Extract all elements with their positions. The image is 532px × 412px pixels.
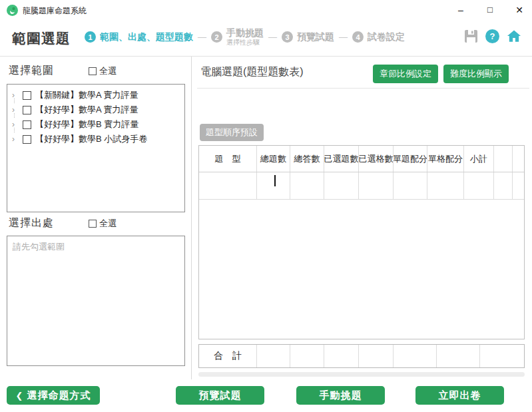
help-icon[interactable]: ? bbox=[485, 29, 499, 43]
back-to-method-button[interactable]: ❮ 選擇命題方式 bbox=[7, 386, 100, 405]
expand-chevron-icon[interactable]: › bbox=[12, 106, 19, 114]
step-2-manual-pick[interactable]: 2 手動挑題 選擇性步驟 bbox=[211, 28, 264, 46]
cell-total-answers[interactable] bbox=[290, 172, 324, 199]
home-icon[interactable] bbox=[507, 29, 521, 43]
manual-pick-button[interactable]: 手動挑題 bbox=[296, 386, 385, 405]
generate-paper-button[interactable]: 立即出卷 bbox=[415, 386, 504, 405]
page-title: 範圍選題 bbox=[12, 29, 71, 48]
window-controls: – □ ✕ bbox=[455, 0, 525, 20]
source-select-all-checkbox[interactable] bbox=[89, 220, 97, 228]
range-item-checkbox[interactable] bbox=[23, 106, 31, 114]
step-separator: — bbox=[268, 32, 277, 42]
totals-cell bbox=[480, 345, 524, 367]
col-header-points-per-blank: 單格配分 bbox=[427, 146, 464, 172]
range-select-all[interactable]: 全選 bbox=[89, 65, 117, 77]
question-type-order-badge[interactable]: 題型順序預設 bbox=[200, 124, 264, 141]
wizard-header: 範圍選題 1 範圍、出處、題型題數 — 2 手動挑題 選擇性步驟 — 3 預覽試… bbox=[0, 20, 532, 57]
minimize-button[interactable]: – bbox=[455, 0, 467, 20]
main-header: 電腦選題(題型題數表) 章節比例設定 難度比例顯示 bbox=[197, 57, 529, 89]
range-item-label: 【好好學】數學B 小試身手卷 bbox=[35, 133, 147, 145]
cell-type[interactable] bbox=[199, 172, 257, 199]
step-3-preview[interactable]: 3 預覽試題 bbox=[282, 31, 334, 43]
col-header-selected-blanks: 已選格數 bbox=[359, 146, 394, 172]
col-header-selected-questions: 已選題數 bbox=[324, 146, 359, 172]
range-item-label: 【好好學】數學B 實力評量 bbox=[35, 118, 138, 130]
wizard-steps: 1 範圍、出處、題型題數 — 2 手動挑題 選擇性步驟 — 3 預覽試題 — 4… bbox=[85, 28, 405, 46]
range-select-all-checkbox[interactable] bbox=[89, 67, 97, 75]
totals-cell bbox=[437, 345, 480, 367]
range-tree-item[interactable]: › 【新關鍵】數學A 實力評量 bbox=[7, 88, 184, 103]
cell-points-per-question[interactable] bbox=[394, 172, 427, 199]
app-logo-icon bbox=[7, 5, 18, 16]
col-header-total-questions: 總題數 bbox=[257, 146, 290, 172]
totals-row: 合 計 bbox=[198, 344, 525, 368]
maximize-button[interactable]: □ bbox=[484, 0, 496, 20]
col-header-empty bbox=[494, 146, 513, 172]
save-icon[interactable] bbox=[463, 29, 478, 43]
cell-empty bbox=[513, 172, 524, 199]
source-select-all[interactable]: 全選 bbox=[89, 218, 117, 230]
step-2-sublabel: 選擇性步驟 bbox=[226, 39, 264, 46]
totals-cell bbox=[394, 345, 437, 367]
step-2-label: 手動挑題 bbox=[226, 28, 264, 38]
source-section-title: 選擇出處 bbox=[9, 216, 54, 230]
step-separator: — bbox=[339, 32, 348, 42]
back-button-label: 選擇命題方式 bbox=[27, 389, 91, 402]
range-tree-item[interactable]: › 【好好學】數學B 實力評量 bbox=[7, 117, 184, 132]
chevron-left-icon: ❮ bbox=[16, 391, 24, 401]
chapter-ratio-button[interactable]: 章節比例設定 bbox=[373, 65, 438, 83]
source-section-header: 選擇出處 全選 bbox=[9, 216, 117, 230]
range-tree-item[interactable]: › 【好好學】數學A 實力評量 bbox=[7, 103, 184, 117]
cell-selected-blanks[interactable] bbox=[359, 172, 394, 199]
source-select-all-label: 全選 bbox=[99, 218, 117, 230]
expand-chevron-icon[interactable]: › bbox=[12, 91, 19, 99]
table-header-row: 題 型 總題數 總答數 已選題數 已選格數 單題配分 單格配分 小計 bbox=[199, 146, 524, 172]
step-4-paper-settings[interactable]: 4 試卷設定 bbox=[352, 31, 405, 43]
difficulty-ratio-button[interactable]: 難度比例顯示 bbox=[443, 65, 509, 83]
horizontal-scrollbar[interactable] bbox=[198, 372, 525, 377]
main-panel: 電腦選題(題型題數表) 章節比例設定 難度比例顯示 題型順序預設 題 型 總題數… bbox=[197, 57, 532, 379]
cell-selected-questions[interactable] bbox=[324, 172, 359, 199]
source-list: 請先勾選範圍 bbox=[7, 236, 185, 366]
cell-empty bbox=[494, 172, 513, 199]
question-type-table: 題 型 總題數 總答數 已選題數 已選格數 單題配分 單格配分 小計 bbox=[198, 145, 525, 339]
step-3-number: 3 bbox=[282, 31, 293, 43]
left-panel: 選擇範圍 全選 › 【新關鍵】數學A 實力評量 › 【好好學】數學A 實力評量 … bbox=[0, 57, 192, 379]
range-tree: › 【新關鍵】數學A 實力評量 › 【好好學】數學A 實力評量 › 【好好學】數… bbox=[7, 84, 185, 212]
source-placeholder: 請先勾選範圍 bbox=[7, 236, 184, 253]
header-icons: ? bbox=[463, 29, 521, 43]
range-section-title: 選擇範圍 bbox=[9, 64, 54, 78]
range-item-checkbox[interactable] bbox=[23, 135, 31, 144]
range-item-label: 【好好學】數學A 實力評量 bbox=[35, 104, 138, 116]
step-4-number: 4 bbox=[352, 31, 364, 43]
range-item-checkbox[interactable] bbox=[23, 120, 31, 129]
cell-total-questions[interactable] bbox=[257, 172, 290, 199]
totals-cell bbox=[290, 345, 324, 367]
step-separator: — bbox=[198, 32, 206, 42]
col-header-type: 題 型 bbox=[199, 146, 257, 172]
totals-cell bbox=[359, 345, 394, 367]
range-tree-item[interactable]: › 【好好學】數學B 小試身手卷 bbox=[7, 132, 184, 146]
step-1-label: 範圍、出處、題型題數 bbox=[100, 31, 193, 43]
cell-subtotal[interactable] bbox=[464, 172, 494, 199]
text-caret bbox=[274, 175, 276, 186]
range-item-label: 【新關鍵】數學A 實力評量 bbox=[35, 89, 138, 101]
col-header-points-per-question: 單題配分 bbox=[394, 146, 427, 172]
table-data-row bbox=[199, 172, 524, 200]
step-2-number: 2 bbox=[211, 31, 222, 43]
step-1-range[interactable]: 1 範圍、出處、題型題數 bbox=[85, 31, 193, 43]
titlebar: 龍騰題庫命題系統 – □ ✕ bbox=[0, 0, 532, 20]
app-window: 龍騰題庫命題系統 – □ ✕ 範圍選題 1 範圍、出處、題型題數 — 2 手動挑… bbox=[0, 0, 532, 412]
totals-cell bbox=[324, 345, 359, 367]
preview-questions-button[interactable]: 預覽試題 bbox=[176, 386, 264, 405]
expand-chevron-icon[interactable]: › bbox=[12, 120, 19, 128]
range-item-checkbox[interactable] bbox=[23, 91, 31, 100]
close-button[interactable]: ✕ bbox=[513, 0, 525, 20]
main-title: 電腦選題(題型題數表) bbox=[200, 65, 304, 79]
col-header-empty bbox=[513, 146, 524, 172]
window-title: 龍騰題庫命題系統 bbox=[23, 5, 87, 17]
totals-cell bbox=[257, 345, 290, 367]
step-1-number: 1 bbox=[85, 31, 96, 43]
cell-points-per-blank[interactable] bbox=[427, 172, 464, 199]
expand-chevron-icon[interactable]: › bbox=[12, 135, 19, 143]
